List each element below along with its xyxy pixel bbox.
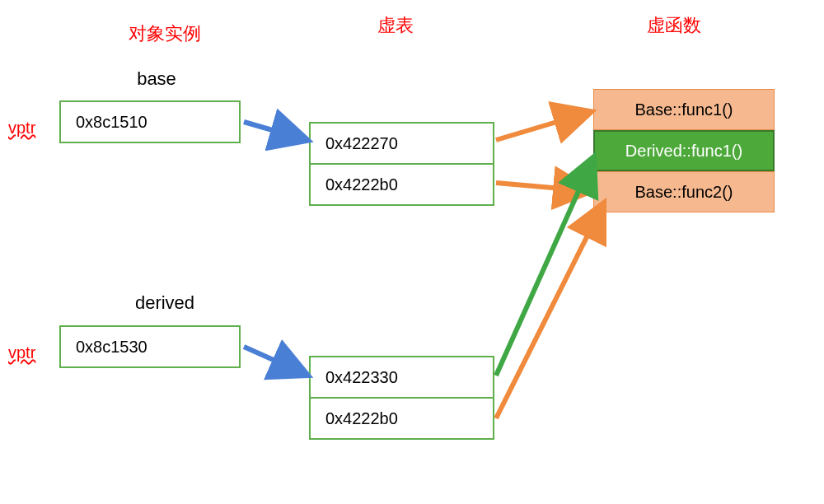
func-base-func2: Base::func2() (593, 171, 775, 212)
arrow-derived-vt0-to-derivedfunc1 (496, 158, 593, 376)
arrow-derived-vt1-to-func2 (496, 204, 603, 418)
header-object-instance: 对象实例 (107, 21, 222, 46)
func-base-func1: Base::func1() (593, 89, 775, 130)
header-vfunc: 虚函数 (633, 13, 715, 38)
label-vptr-derived: vptr (8, 343, 35, 362)
func-derived-func1: Derived::func1() (593, 130, 775, 171)
cell-derived-vptr: 0x8c1530 (59, 325, 241, 368)
cell-derived-vtable-0: 0x422330 (309, 356, 494, 399)
label-derived-name: derived (124, 292, 206, 314)
cell-base-vtable-1: 0x4222b0 (309, 163, 494, 206)
label-vptr-base: vptr (8, 119, 35, 138)
cell-base-vtable-0: 0x422270 (309, 122, 494, 165)
arrow-base-vptr-to-vtable (244, 122, 307, 140)
cell-derived-vtable-1: 0x4222b0 (309, 397, 494, 440)
label-base-name: base (124, 68, 190, 90)
arrow-base-vt1-to-func2 (496, 183, 590, 191)
arrow-base-vt0-to-func1 (496, 112, 590, 140)
cell-base-vptr: 0x8c1510 (59, 100, 241, 143)
arrow-derived-vptr-to-vtable (244, 347, 307, 375)
header-vtable: 虚表 (363, 13, 428, 38)
